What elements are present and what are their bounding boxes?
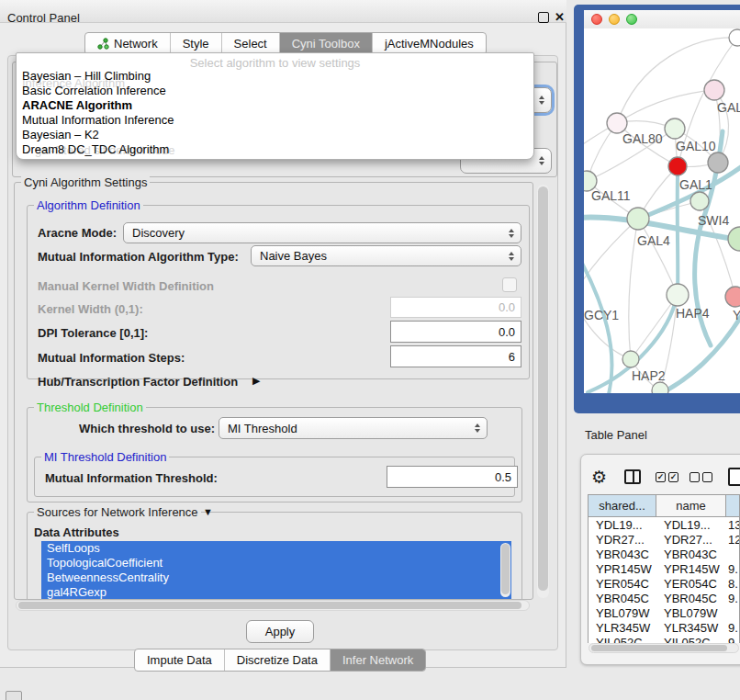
stepper-arrows-icon <box>539 96 544 105</box>
which-threshold-label: Which threshold to use: <box>79 422 215 435</box>
stepper-arrows-icon <box>509 229 514 238</box>
tab-label: Select <box>234 37 267 51</box>
new-table-page-icon[interactable] <box>728 468 740 486</box>
list-item[interactable]: SelfLoops <box>41 541 511 556</box>
group-title: MI Threshold Definition <box>41 450 169 464</box>
kernel-width-input[interactable]: 0.0 <box>390 297 521 318</box>
svg-text:GAL1: GAL1 <box>679 177 712 192</box>
dropdown-item[interactable]: Bayesian – K2 <box>17 128 533 142</box>
svg-text:GAL11: GAL11 <box>591 188 631 203</box>
tab-label: jActiveMNodules <box>385 37 474 51</box>
table-row[interactable]: YPR145WYPR145W9. <box>589 562 739 577</box>
table-row[interactable]: YDR27...YDR27...12 <box>589 533 739 548</box>
table-horizontal-scrollbar[interactable] <box>589 643 739 653</box>
combobox-value: MI Threshold <box>228 422 297 435</box>
control-panel-titlebar <box>0 0 566 23</box>
expander-collapsed-icon[interactable]: ▶ <box>252 375 260 387</box>
node <box>704 80 724 100</box>
svg-text:HAP2: HAP2 <box>632 368 666 383</box>
table-row[interactable]: YBR043CYBR043C <box>589 548 739 562</box>
node-hap4 <box>667 284 689 306</box>
data-attributes-label: Data Attributes <box>34 525 119 539</box>
table-row[interactable]: YBL079WYBL079W <box>589 606 739 621</box>
group-title: Algorithm Definition <box>34 198 143 212</box>
stepper-arrows-icon <box>509 252 514 261</box>
svg-text:SWI4: SWI4 <box>698 213 729 228</box>
docked-panel-icon[interactable] <box>6 691 22 700</box>
manual-kernel-width-checkbox[interactable] <box>502 277 517 292</box>
data-attributes-list[interactable]: SelfLoops TopologicalCoefficient Between… <box>41 541 511 599</box>
hub-definition-expander-label[interactable]: Hub/Transcription Factor Definition <box>38 375 238 389</box>
dropdown-item-selected[interactable]: ARACNE Algorithm <box>17 98 533 113</box>
mac-close-button[interactable] <box>591 14 602 25</box>
tab-cyni-toolbox[interactable]: Cyni Toolbox <box>280 33 373 54</box>
tab-label: Infer Network <box>342 653 413 667</box>
tab-style[interactable]: Style <box>171 33 222 54</box>
mi-algorithm-type-combobox[interactable]: Naive Bayes <box>251 245 521 266</box>
node-swi4 <box>690 192 709 210</box>
mi-type-label: Mutual Information Algorithm Type: <box>38 250 239 264</box>
svg-text:GAL10: GAL10 <box>676 139 716 153</box>
mi-threshold-label: Mutual Information Threshold: <box>45 471 218 485</box>
node <box>729 29 740 46</box>
dropdown-item[interactable]: Basic Correlation Inference <box>17 84 533 98</box>
mac-zoom-button[interactable] <box>626 14 637 25</box>
node-table[interactable]: shared... name YDL19...YDL19...13 YDR27.… <box>588 494 740 643</box>
tab-impute-data[interactable]: Impute Data <box>135 649 225 671</box>
table-settings-gear-icon[interactable]: ⚙ <box>591 467 607 488</box>
list-item[interactable]: BetweennessCentrality <box>41 570 511 585</box>
dpi-tolerance-label: DPI Tolerance [0,1]: <box>38 326 148 340</box>
list-vertical-scrollbar[interactable] <box>500 543 510 597</box>
column-header-shared-name[interactable]: shared... <box>589 495 656 517</box>
table-row[interactable]: YLR345WYLR345W9. <box>589 621 739 636</box>
aracne-mode-label: Aracne Mode: <box>38 226 117 240</box>
stepper-arrows-icon <box>539 156 544 165</box>
mi-threshold-input[interactable]: 0.5 <box>387 466 518 488</box>
tab-label: Discretize Data <box>237 653 318 667</box>
group-title: Threshold Definition <box>34 401 146 414</box>
tab-jactivemnodules[interactable]: jActiveMNodules <box>373 33 486 54</box>
svg-text:HAP4: HAP4 <box>676 306 710 321</box>
settings-vertical-scrollbar[interactable] <box>537 185 549 598</box>
network-canvas[interactable]: GAL GAL80 GAL10 GAL1 GAL11 SWI4 GAL4 GCY… <box>584 28 740 393</box>
column-header-name[interactable]: name <box>656 495 726 517</box>
table-row[interactable]: YER054CYER054C8. <box>589 577 739 592</box>
split-columns-icon[interactable] <box>624 469 641 484</box>
table-row[interactable]: YDL19...YDL19...13 <box>589 518 739 533</box>
network-window-titlebar[interactable] <box>584 10 740 29</box>
column-header-cut[interactable] <box>726 495 740 517</box>
list-item[interactable]: gal4RGexp <box>41 585 511 599</box>
deselect-all-columns-icon[interactable] <box>690 472 712 482</box>
list-item[interactable]: TopologicalCoefficient <box>41 556 511 570</box>
sources-expander-label[interactable]: Sources for Network Inference <box>34 505 201 519</box>
float-window-icon[interactable] <box>538 12 549 23</box>
settings-horizontal-scrollbar[interactable] <box>16 600 530 611</box>
node <box>725 287 740 307</box>
which-threshold-combobox[interactable]: MI Threshold <box>219 417 488 439</box>
tab-network[interactable]: Network <box>85 33 171 54</box>
svg-text:Y: Y <box>733 308 740 322</box>
dpi-tolerance-input[interactable]: 0.0 <box>390 321 521 343</box>
tab-label: Impute Data <box>147 653 212 667</box>
stepper-arrows-icon <box>475 423 480 433</box>
aracne-mode-combobox[interactable]: Discovery <box>123 222 521 243</box>
dropdown-item[interactable]: Mutual Information Inference <box>17 113 533 128</box>
tab-label: Network <box>114 37 158 51</box>
combobox-value: Discovery <box>132 226 185 240</box>
tab-infer-network[interactable]: Infer Network <box>331 649 425 671</box>
tab-select[interactable]: Select <box>222 33 280 54</box>
network-node-labels: GAL GAL80 GAL10 GAL1 GAL11 SWI4 GAL4 GCY… <box>584 100 740 383</box>
expander-expanded-icon[interactable]: ▼ <box>203 506 213 517</box>
mi-steps-input[interactable]: 6 <box>390 345 521 367</box>
dropdown-item[interactable]: Dream8 DC_TDC Algorithm <box>17 142 533 157</box>
mac-minimize-button[interactable] <box>609 14 620 25</box>
close-icon[interactable]: ✕ <box>555 11 565 23</box>
apply-button[interactable]: Apply <box>246 620 314 643</box>
tab-discretize-data[interactable]: Discretize Data <box>225 649 331 671</box>
table-row[interactable]: YIL052CYIL052C9 <box>589 636 739 643</box>
dropdown-item[interactable]: Bayesian – Hill Climbing <box>17 69 533 84</box>
select-all-columns-icon[interactable]: ✓✓ <box>656 472 678 482</box>
svg-text:GCY1: GCY1 <box>584 308 619 322</box>
tab-label: Cyni Toolbox <box>292 37 360 51</box>
table-row[interactable]: YBR045CYBR045C9. <box>589 592 739 606</box>
